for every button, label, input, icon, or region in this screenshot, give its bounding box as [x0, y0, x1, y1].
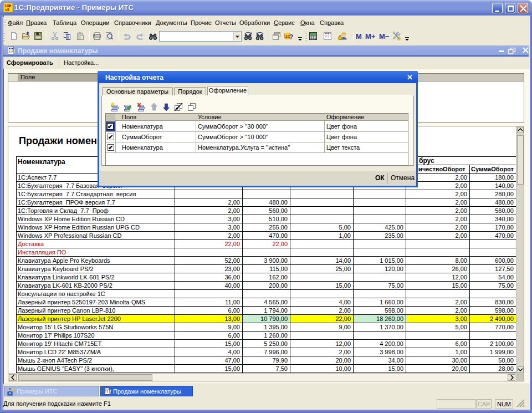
svg-text:v8: v8 [5, 8, 9, 12]
svg-text:?: ? [289, 33, 294, 41]
